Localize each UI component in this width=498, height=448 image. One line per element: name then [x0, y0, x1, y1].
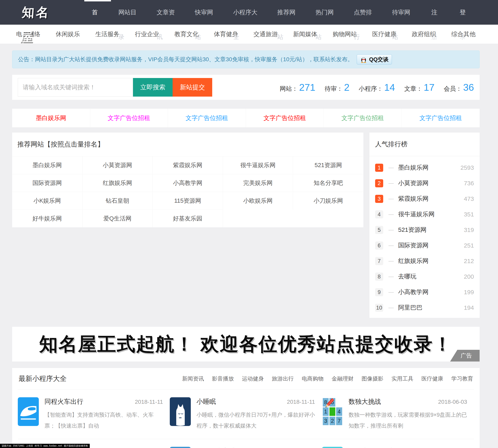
sudoku-cell — [336, 398, 342, 407]
top-navbar: 知名屋 首页 网站目录 文章资讯 快审网站 小程序大全 推荐网站 热门网站 点赞… — [0, 0, 498, 25]
recommended-site[interactable]: 小刀娱乐网 — [293, 192, 363, 209]
tab-health[interactable]: 医疗健康 — [421, 375, 443, 382]
search-input[interactable] — [18, 78, 133, 96]
recommended-site[interactable]: 紫霞娱乐网 — [153, 156, 223, 174]
ranking-item[interactable]: 6 — 国际资源网 251 — [369, 241, 480, 250]
ranked-site-name[interactable]: 紫霞娱乐网 — [398, 195, 464, 203]
recommended-site[interactable]: 小高教学网 — [153, 174, 223, 192]
nav-item-like-ranking[interactable]: 点赞排行 — [346, 0, 385, 49]
ranked-site-name[interactable]: 去哪玩 — [398, 272, 464, 281]
tab-media[interactable]: 影音播放 — [212, 375, 234, 382]
tab-tools[interactable]: 实用工具 — [391, 375, 413, 382]
ranking-item[interactable]: 5 — 521资源网 319 — [369, 226, 480, 234]
ranking-item[interactable]: 1 — 墨白娱乐网 2593 — [369, 163, 480, 172]
ranked-site-name[interactable]: 小莫资源网 — [398, 179, 464, 187]
text-ad-link[interactable]: 文字广告位招租 — [246, 109, 324, 127]
qq-chat-button[interactable]: QQ交谈 — [357, 54, 392, 64]
nav-item-hot-sites[interactable]: 热门网站 — [308, 0, 346, 49]
tab-education[interactable]: 学习教育 — [451, 375, 473, 382]
ranked-site-name[interactable]: 墨白娱乐网 — [398, 163, 460, 172]
stat-members: 会员： 36 — [444, 82, 474, 93]
rank-badge: 6 — [375, 241, 383, 250]
nav-item-fast-review[interactable]: 快审网站 — [187, 0, 225, 49]
nav-item-pending-sites[interactable]: 待审网站 — [385, 0, 423, 49]
tab-ecommerce[interactable]: 电商购物 — [302, 375, 323, 382]
ranking-item[interactable]: 9 — 小高教学网 199 — [369, 288, 480, 296]
recommended-site[interactable]: 好牛娱乐网 — [12, 209, 82, 227]
stat-value: 271 — [299, 82, 315, 93]
search-button[interactable]: 立即搜索 — [133, 78, 173, 96]
recommended-site[interactable]: 好基友乐园 — [153, 209, 223, 227]
recommended-site[interactable]: 521资源网 — [293, 156, 363, 174]
ranked-site-name[interactable]: 521资源网 — [398, 226, 464, 234]
category-other[interactable]: 综合其他 — [451, 25, 476, 44]
ranked-site-count: 199 — [464, 289, 474, 296]
ranking-item[interactable]: 8 — 去哪玩 200 — [369, 272, 480, 281]
recommended-site[interactable]: 红旗娱乐网 — [82, 174, 153, 192]
ranking-item[interactable]: 10 — 阿里巴巴 194 — [369, 304, 480, 312]
recommended-site[interactable]: 小K娱乐网 — [12, 192, 82, 209]
recommended-site[interactable]: 钻石皇朝 — [82, 192, 153, 209]
recommended-site[interactable]: 小欧娱乐网 — [223, 192, 293, 209]
miniapp-desc: 数独一种数学游戏，玩家需要根据9×9盘面上的已知数字，推理出所有剩 — [349, 409, 467, 431]
tab-photography[interactable]: 图像摄影 — [362, 375, 383, 382]
recommended-site[interactable]: 爱Q生活网 — [82, 209, 153, 227]
ranked-site-name[interactable]: 阿里巴巴 — [398, 304, 464, 312]
tab-fitness[interactable]: 运动健身 — [242, 375, 264, 382]
miniapp-card[interactable]: 长 全阶人生考试 2018-06-03 — [170, 439, 322, 448]
recommended-site[interactable]: 墨白娱乐网 — [12, 156, 82, 174]
trend-dash-icon: — — [388, 273, 394, 280]
rank-badge: 3 — [375, 195, 383, 203]
promo-banner[interactable]: 知名屋正式起航！ 欢迎各位优秀站点提交收录！ 广告 — [12, 327, 480, 362]
text-ad-link[interactable]: 文字广告位招租 — [168, 109, 246, 127]
miniapp-card[interactable]: 同程火车出行 2018-11-11 【智能查询】支持查询预订高铁、动车、火车票；… — [18, 390, 170, 439]
miniapp-card[interactable]: 运动步数有氧达人 2018-06-03 — [322, 439, 474, 448]
nav-item-articles[interactable]: 文章资讯 — [149, 0, 187, 49]
miniapp-card[interactable]: 8 6 1 4 3 2 7 — [322, 390, 474, 439]
trend-dash-icon: — — [388, 242, 394, 249]
stat-label: 小程序： — [359, 85, 383, 93]
nav-item-home[interactable]: 首页 — [84, 0, 111, 49]
ranking-item[interactable]: 4 — 很牛逼娱乐网 351 — [369, 210, 480, 218]
text-ad-link[interactable]: 文字广告位招租 — [324, 109, 402, 127]
ranked-site-name[interactable]: 国际资源网 — [398, 241, 464, 250]
miniapp-name[interactable]: 小睡眠 — [196, 397, 216, 406]
text-ad-link[interactable]: 文字广告位招租 — [402, 109, 480, 127]
train-icon — [18, 397, 39, 426]
nav-item-recommended[interactable]: 推荐网站 — [270, 0, 308, 49]
submit-site-button[interactable]: 新站提交 — [173, 78, 212, 96]
miniapp-name[interactable]: 数独大挑战 — [349, 397, 381, 406]
tab-finance[interactable]: 金融理财 — [332, 375, 353, 382]
recommended-site[interactable]: 小莫资源网 — [82, 156, 153, 174]
miniapp-name[interactable]: 同程火车出行 — [45, 397, 83, 406]
site-logo[interactable]: 知名屋 — [19, 0, 64, 49]
nav-item-site-directory[interactable]: 网站目录 — [111, 0, 149, 49]
ranking-item[interactable]: 3 — 紫霞娱乐网 473 — [369, 195, 480, 203]
text-ad-link[interactable]: 墨白娱乐网 — [12, 109, 90, 127]
popularity-ranking-card: 人气排行榜 1 — 墨白娱乐网 2593 2 — 小莫资源网 736 3 — 紫… — [369, 133, 480, 318]
ranked-site-name[interactable]: 红旗娱乐网 — [398, 257, 464, 265]
miniapp-name[interactable]: 运动步数有氧达人 — [349, 447, 400, 448]
recommended-site[interactable]: 完美娱乐网 — [223, 174, 293, 192]
recommended-site[interactable]: 很牛逼娱乐网 — [223, 156, 293, 174]
sudoku-cell: 7 — [336, 417, 342, 425]
trend-dash-icon: — — [388, 304, 394, 311]
tab-travel[interactable]: 旅游出行 — [272, 375, 294, 382]
ranking-item[interactable]: 7 — 红旗娱乐网 212 — [369, 257, 480, 265]
ranked-site-name[interactable]: 很牛逼娱乐网 — [398, 210, 464, 218]
stat-label: 文章： — [404, 85, 422, 93]
qq-chat-label: QQ交谈 — [369, 56, 388, 63]
nav-item-miniapps[interactable]: 小程序大全 — [226, 0, 270, 49]
recommended-title: 推荐网站【按照点击量排名】 — [12, 133, 363, 156]
miniapp-card[interactable]: 小睡眠 2018-11-11 小睡眠，微信小程序首日70万+用户，爆款好评小程序… — [170, 390, 322, 439]
miniapp-name[interactable]: 全阶人生考试 — [196, 447, 235, 448]
exam-icon: 长 — [170, 447, 191, 448]
recommended-site[interactable]: 115资源网 — [153, 192, 223, 209]
ranked-site-name[interactable]: 小高教学网 — [398, 288, 464, 296]
text-ad-link[interactable]: 文字广告位招租 — [90, 109, 168, 127]
recommended-site[interactable]: 知名分享吧 — [293, 174, 363, 192]
tab-news[interactable]: 新闻资讯 — [182, 375, 204, 382]
rank-badge: 1 — [375, 164, 383, 172]
ranking-item[interactable]: 2 — 小莫资源网 736 — [369, 179, 480, 187]
recommended-site[interactable]: 国际资源网 — [12, 174, 82, 192]
